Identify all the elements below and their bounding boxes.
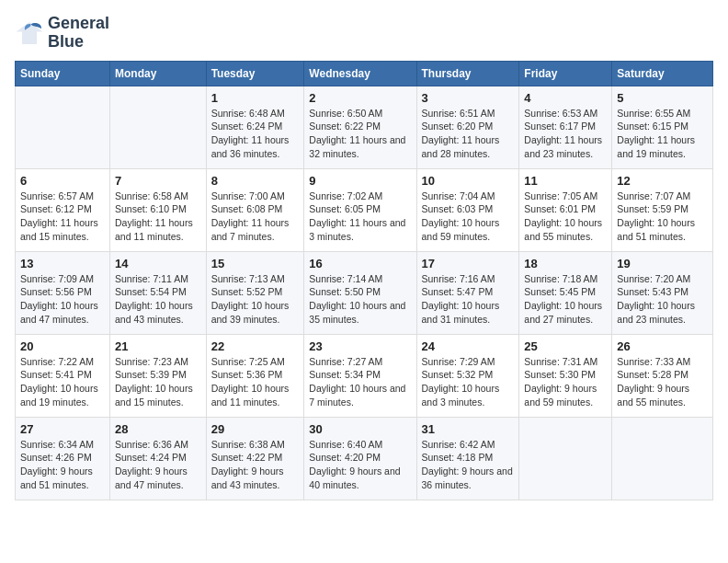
calendar-cell: 30Sunrise: 6:40 AM Sunset: 4:20 PM Dayli…: [304, 417, 416, 500]
day-info: Sunrise: 7:00 AM Sunset: 6:08 PM Dayligh…: [211, 190, 300, 244]
day-info: Sunrise: 7:11 AM Sunset: 5:54 PM Dayligh…: [115, 272, 201, 327]
calendar-cell: 12Sunrise: 7:07 AM Sunset: 5:59 PM Dayli…: [612, 168, 713, 251]
day-number: 13: [20, 257, 105, 270]
calendar-cell: 26Sunrise: 7:33 AM Sunset: 5:28 PM Dayli…: [612, 334, 713, 417]
day-number: 30: [309, 422, 411, 436]
calendar-cell: [110, 86, 207, 168]
week-row-2: 6Sunrise: 6:57 AM Sunset: 6:12 PM Daylig…: [16, 168, 713, 251]
day-info: Sunrise: 6:55 AM Sunset: 6:15 PM Dayligh…: [617, 107, 708, 161]
day-info: Sunrise: 7:14 AM Sunset: 5:50 PM Dayligh…: [309, 272, 411, 327]
day-info: Sunrise: 7:25 AM Sunset: 5:36 PM Dayligh…: [211, 355, 300, 409]
day-number: 18: [524, 257, 607, 270]
day-number: 29: [211, 422, 300, 436]
col-header-wednesday: Wednesday: [304, 61, 416, 86]
calendar-cell: 8Sunrise: 7:00 AM Sunset: 6:08 PM Daylig…: [206, 168, 304, 251]
calendar-cell: 4Sunrise: 6:53 AM Sunset: 6:17 PM Daylig…: [519, 86, 612, 168]
calendar-cell: [612, 417, 713, 500]
day-number: 17: [422, 257, 515, 270]
day-info: Sunrise: 7:07 AM Sunset: 5:59 PM Dayligh…: [617, 190, 708, 244]
calendar-table: SundayMondayTuesdayWednesdayThursdayFrid…: [15, 61, 713, 500]
day-number: 4: [524, 91, 607, 105]
col-header-saturday: Saturday: [612, 61, 713, 86]
day-info: Sunrise: 7:23 AM Sunset: 5:39 PM Dayligh…: [115, 355, 201, 409]
col-header-friday: Friday: [519, 61, 612, 86]
day-number: 23: [309, 339, 411, 353]
day-info: Sunrise: 7:18 AM Sunset: 5:45 PM Dayligh…: [524, 272, 607, 327]
calendar-cell: 17Sunrise: 7:16 AM Sunset: 5:47 PM Dayli…: [416, 251, 519, 334]
day-info: Sunrise: 6:50 AM Sunset: 6:22 PM Dayligh…: [309, 107, 411, 161]
day-info: Sunrise: 7:27 AM Sunset: 5:34 PM Dayligh…: [309, 355, 411, 409]
calendar-cell: 9Sunrise: 7:02 AM Sunset: 6:05 PM Daylig…: [304, 168, 416, 251]
day-number: 26: [617, 339, 708, 353]
day-number: 28: [115, 422, 201, 436]
day-number: 14: [115, 257, 201, 270]
day-number: 11: [524, 174, 607, 188]
day-number: 20: [20, 339, 105, 353]
page-header: General Blue: [15, 15, 713, 52]
calendar-cell: 6Sunrise: 6:57 AM Sunset: 6:12 PM Daylig…: [16, 168, 110, 251]
day-info: Sunrise: 7:02 AM Sunset: 6:05 PM Dayligh…: [309, 190, 411, 244]
calendar-cell: 3Sunrise: 6:51 AM Sunset: 6:20 PM Daylig…: [416, 86, 519, 168]
calendar-cell: 13Sunrise: 7:09 AM Sunset: 5:56 PM Dayli…: [16, 251, 110, 334]
day-info: Sunrise: 6:34 AM Sunset: 4:26 PM Dayligh…: [20, 438, 105, 492]
day-info: Sunrise: 6:40 AM Sunset: 4:20 PM Dayligh…: [309, 438, 411, 492]
col-header-tuesday: Tuesday: [206, 61, 304, 86]
day-info: Sunrise: 7:05 AM Sunset: 6:01 PM Dayligh…: [524, 190, 607, 244]
day-number: 12: [617, 174, 708, 188]
day-info: Sunrise: 6:38 AM Sunset: 4:22 PM Dayligh…: [211, 438, 300, 492]
col-header-thursday: Thursday: [416, 61, 519, 86]
week-row-4: 20Sunrise: 7:22 AM Sunset: 5:41 PM Dayli…: [16, 334, 713, 417]
day-number: 3: [422, 91, 515, 105]
day-number: 9: [309, 174, 411, 188]
day-number: 5: [617, 91, 708, 105]
day-number: 24: [422, 339, 515, 353]
logo-text: General Blue: [48, 15, 109, 52]
day-number: 7: [115, 174, 201, 188]
day-number: 15: [211, 257, 300, 270]
day-number: 2: [309, 91, 411, 105]
day-number: 21: [115, 339, 201, 353]
calendar-cell: 20Sunrise: 7:22 AM Sunset: 5:41 PM Dayli…: [16, 334, 110, 417]
day-info: Sunrise: 6:36 AM Sunset: 4:24 PM Dayligh…: [115, 438, 201, 492]
day-info: Sunrise: 7:33 AM Sunset: 5:28 PM Dayligh…: [617, 355, 708, 409]
day-info: Sunrise: 6:57 AM Sunset: 6:12 PM Dayligh…: [20, 190, 105, 244]
calendar-cell: 25Sunrise: 7:31 AM Sunset: 5:30 PM Dayli…: [519, 334, 612, 417]
col-header-monday: Monday: [110, 61, 207, 86]
day-info: Sunrise: 6:53 AM Sunset: 6:17 PM Dayligh…: [524, 107, 607, 161]
day-number: 16: [309, 257, 411, 270]
calendar-cell: 5Sunrise: 6:55 AM Sunset: 6:15 PM Daylig…: [612, 86, 713, 168]
day-info: Sunrise: 7:29 AM Sunset: 5:32 PM Dayligh…: [422, 355, 515, 409]
day-info: Sunrise: 6:42 AM Sunset: 4:18 PM Dayligh…: [422, 438, 515, 492]
week-row-5: 27Sunrise: 6:34 AM Sunset: 4:26 PM Dayli…: [16, 417, 713, 500]
day-info: Sunrise: 6:51 AM Sunset: 6:20 PM Dayligh…: [422, 107, 515, 161]
day-number: 19: [617, 257, 708, 270]
calendar-cell: 1Sunrise: 6:48 AM Sunset: 6:24 PM Daylig…: [206, 86, 304, 168]
day-info: Sunrise: 7:16 AM Sunset: 5:47 PM Dayligh…: [422, 272, 515, 327]
week-row-1: 1Sunrise: 6:48 AM Sunset: 6:24 PM Daylig…: [16, 86, 713, 168]
logo: General Blue: [15, 15, 109, 52]
calendar-cell: 22Sunrise: 7:25 AM Sunset: 5:36 PM Dayli…: [206, 334, 304, 417]
day-number: 10: [422, 174, 515, 188]
day-number: 8: [211, 174, 300, 188]
calendar-cell: 28Sunrise: 6:36 AM Sunset: 4:24 PM Dayli…: [110, 417, 207, 500]
calendar-cell: 14Sunrise: 7:11 AM Sunset: 5:54 PM Dayli…: [110, 251, 207, 334]
calendar-cell: 29Sunrise: 6:38 AM Sunset: 4:22 PM Dayli…: [206, 417, 304, 500]
calendar-cell: 27Sunrise: 6:34 AM Sunset: 4:26 PM Dayli…: [16, 417, 110, 500]
day-number: 1: [211, 91, 300, 105]
day-number: 27: [20, 422, 105, 436]
calendar-cell: 21Sunrise: 7:23 AM Sunset: 5:39 PM Dayli…: [110, 334, 207, 417]
day-info: Sunrise: 7:31 AM Sunset: 5:30 PM Dayligh…: [524, 355, 607, 409]
day-info: Sunrise: 7:20 AM Sunset: 5:43 PM Dayligh…: [617, 272, 708, 327]
calendar-cell: 15Sunrise: 7:13 AM Sunset: 5:52 PM Dayli…: [206, 251, 304, 334]
calendar-cell: 31Sunrise: 6:42 AM Sunset: 4:18 PM Dayli…: [416, 417, 519, 500]
day-info: Sunrise: 6:48 AM Sunset: 6:24 PM Dayligh…: [211, 107, 300, 161]
calendar-cell: 2Sunrise: 6:50 AM Sunset: 6:22 PM Daylig…: [304, 86, 416, 168]
calendar-cell: 10Sunrise: 7:04 AM Sunset: 6:03 PM Dayli…: [416, 168, 519, 251]
calendar-cell: 7Sunrise: 6:58 AM Sunset: 6:10 PM Daylig…: [110, 168, 207, 251]
day-info: Sunrise: 7:13 AM Sunset: 5:52 PM Dayligh…: [211, 272, 300, 327]
day-number: 6: [20, 174, 105, 188]
calendar-cell: 24Sunrise: 7:29 AM Sunset: 5:32 PM Dayli…: [416, 334, 519, 417]
calendar-cell: [519, 417, 612, 500]
calendar-cell: 19Sunrise: 7:20 AM Sunset: 5:43 PM Dayli…: [612, 251, 713, 334]
day-number: 31: [422, 422, 515, 436]
